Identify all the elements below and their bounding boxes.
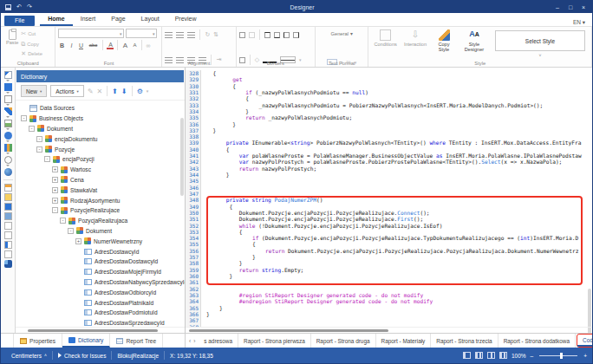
redo-icon[interactable]: ↷ bbox=[27, 2, 32, 12]
ribbon-tab-page[interactable]: Page bbox=[103, 14, 133, 26]
grow-font-button[interactable]: A bbox=[121, 42, 128, 49]
expand-icon[interactable]: + bbox=[52, 198, 58, 204]
code-line[interactable]: 345 bbox=[186, 178, 592, 184]
border-top-icon[interactable] bbox=[264, 32, 270, 38]
minimize-button[interactable]: – bbox=[551, 2, 564, 13]
gear-icon[interactable]: ⚙ bbox=[137, 88, 143, 95]
tree-item[interactable]: +NumerWewnetrzny bbox=[16, 236, 185, 246]
font-color-button[interactable]: A bbox=[107, 42, 114, 49]
collapse-icon[interactable]: - bbox=[44, 156, 50, 162]
expand-icon[interactable]: + bbox=[75, 238, 81, 244]
code-line[interactable]: 361 bbox=[186, 279, 592, 285]
border-all-icon[interactable] bbox=[239, 32, 245, 38]
maximize-button[interactable]: □ bbox=[564, 2, 577, 13]
text-component-icon[interactable] bbox=[4, 71, 12, 81]
undo-icon[interactable]: ↶ bbox=[16, 2, 22, 12]
code-line[interactable]: 366} bbox=[186, 311, 592, 317]
page-tab-s-adresowa[interactable]: s adresowa bbox=[199, 334, 238, 348]
expand-icon[interactable]: + bbox=[52, 166, 58, 172]
code-line[interactable]: 359return string.Empty; bbox=[186, 267, 592, 273]
underline-button[interactable]: U bbox=[77, 42, 84, 49]
code-line[interactable]: 335return _nazwyPolWlasnychPodmiotu; bbox=[186, 114, 592, 120]
tree-item[interactable]: AdresDostawNabywcySprzedawcyId bbox=[16, 277, 185, 288]
code-line[interactable]: 362 bbox=[186, 286, 592, 292]
code-line[interactable]: 346 bbox=[186, 185, 592, 191]
child-band-icon[interactable] bbox=[4, 250, 12, 258]
save-icon[interactable] bbox=[5, 4, 11, 10]
copy-style-button[interactable]: Copy Style bbox=[431, 29, 457, 59]
code-line[interactable]: 337} bbox=[186, 127, 592, 133]
code-line[interactable]: 352while (!Dokument.Pozycje.encjaPozycji… bbox=[186, 223, 592, 229]
tree-item[interactable]: Data Sources bbox=[16, 103, 185, 114]
italic-button[interactable]: I bbox=[68, 42, 75, 49]
collapse-icon[interactable]: - bbox=[60, 218, 66, 224]
code-line[interactable]: 329get bbox=[186, 76, 592, 82]
code-line[interactable]: 365} bbox=[186, 305, 592, 311]
tree-item[interactable]: +StawkaVat bbox=[16, 185, 185, 195]
group-footer-band-icon[interactable] bbox=[4, 222, 12, 230]
tree-vertical-scrollbar[interactable] bbox=[180, 118, 184, 196]
move-up-icon[interactable]: ⬆ bbox=[112, 88, 118, 95]
word-wrap-icon[interactable]: ⇅ bbox=[213, 31, 218, 38]
check-for-issues-button[interactable]: Check for Issues bbox=[53, 348, 111, 363]
code-line[interactable]: 341var polaWlasneProste = PolaWlasneMana… bbox=[186, 153, 592, 159]
zoom-in-button[interactable]: + bbox=[583, 353, 587, 359]
code-line[interactable]: 328{ bbox=[186, 70, 592, 76]
copy-button[interactable]: ⧉Copy bbox=[21, 40, 42, 49]
view-whole-page-icon[interactable] bbox=[499, 352, 507, 359]
code-line[interactable]: 339private IEnumerable<string> PobierzNa… bbox=[186, 140, 592, 146]
data-band-icon[interactable] bbox=[4, 212, 12, 220]
move-down-icon[interactable]: ⬇ bbox=[121, 88, 127, 95]
collapse-icon[interactable]: - bbox=[36, 136, 42, 142]
image-component-icon[interactable] bbox=[4, 120, 12, 130]
page-tab-raport-strona-pierwsza[interactable]: Raport - Strona pierwsza bbox=[238, 334, 311, 348]
delete-icon[interactable]: ✕ bbox=[97, 88, 103, 95]
collapse-icon[interactable]: - bbox=[52, 207, 58, 213]
tree-item[interactable]: AdresDostawDostawcyId bbox=[16, 257, 185, 267]
chevron-down-icon[interactable]: ˅ bbox=[539, 53, 542, 58]
code-line[interactable]: 330{ bbox=[186, 83, 592, 89]
align-top-icon[interactable] bbox=[165, 32, 173, 38]
tree-item[interactable]: -Pozycje bbox=[16, 144, 185, 154]
code-line[interactable]: 364#endregion StiReport Designer generat… bbox=[186, 298, 592, 304]
font-size-select[interactable]: ▾ bbox=[126, 29, 157, 38]
tree-item[interactable]: AdresDostawOdbiorcyId bbox=[16, 287, 185, 297]
code-line[interactable]: 344} bbox=[186, 172, 592, 178]
border-right-icon[interactable] bbox=[293, 32, 299, 38]
view-page-break-icon[interactable] bbox=[475, 352, 483, 359]
close-button[interactable]: × bbox=[577, 2, 590, 13]
code-line[interactable]: 331if (_nazwyPolWlasnychPodmiotu == null… bbox=[186, 89, 592, 95]
group-header-band-icon[interactable] bbox=[4, 203, 12, 211]
tree-item[interactable]: -PozycjaRealizujaca bbox=[16, 216, 185, 226]
tree-item[interactable]: -Dokument bbox=[16, 124, 185, 134]
code-line[interactable]: 336} bbox=[186, 121, 592, 127]
tree-item[interactable]: -encjaPozycji bbox=[16, 154, 185, 165]
code-line[interactable]: 348private string PodajNumerZPM() bbox=[186, 197, 592, 203]
interaction-button[interactable]: ⇩ Interaction bbox=[401, 29, 429, 59]
code-line[interactable]: 363#region StiReport Designer generated … bbox=[186, 292, 592, 298]
tree-item[interactable]: AdresDostawPlatnikaId bbox=[16, 297, 185, 308]
tree-item[interactable]: +Cena bbox=[16, 175, 185, 185]
code-line[interactable]: 353{ bbox=[186, 229, 592, 235]
code-line[interactable]: 357} bbox=[186, 254, 592, 260]
actions-button[interactable]: Actions▾ bbox=[50, 85, 84, 97]
tree-item[interactable]: -encjaDokumentu bbox=[16, 133, 185, 144]
page-header-band-icon[interactable] bbox=[4, 193, 12, 201]
tree-item[interactable]: AdresDostawcyId bbox=[16, 246, 185, 257]
tabs-scroll-right-icon[interactable]: › bbox=[193, 338, 195, 344]
view-layout-icon[interactable] bbox=[487, 352, 495, 359]
data-text-component-icon[interactable] bbox=[4, 83, 12, 94]
collapse-icon[interactable]: - bbox=[29, 126, 35, 132]
language-selector[interactable]: EN ▾ bbox=[573, 19, 592, 26]
tree-item[interactable]: +RodzajAsortymentu bbox=[16, 195, 185, 205]
page-footer-band-icon[interactable] bbox=[4, 231, 12, 239]
delete-button[interactable]: ✕Delete bbox=[21, 49, 42, 58]
code-line[interactable]: 332{ bbox=[186, 95, 592, 101]
align-middle-icon[interactable] bbox=[176, 32, 184, 38]
page-tab-raport-materia-y[interactable]: Raport - Materiały bbox=[376, 334, 432, 348]
units-selector[interactable]: Centimeters˄ bbox=[6, 348, 52, 363]
ribbon-tab-insert[interactable]: Insert bbox=[73, 14, 104, 26]
ribbon-tab-preview[interactable]: Preview bbox=[167, 14, 205, 26]
collapse-icon[interactable]: - bbox=[21, 115, 27, 121]
code-line[interactable]: 350Dokument.Pozycje.encjaPozycji.Pozycje… bbox=[186, 210, 592, 216]
